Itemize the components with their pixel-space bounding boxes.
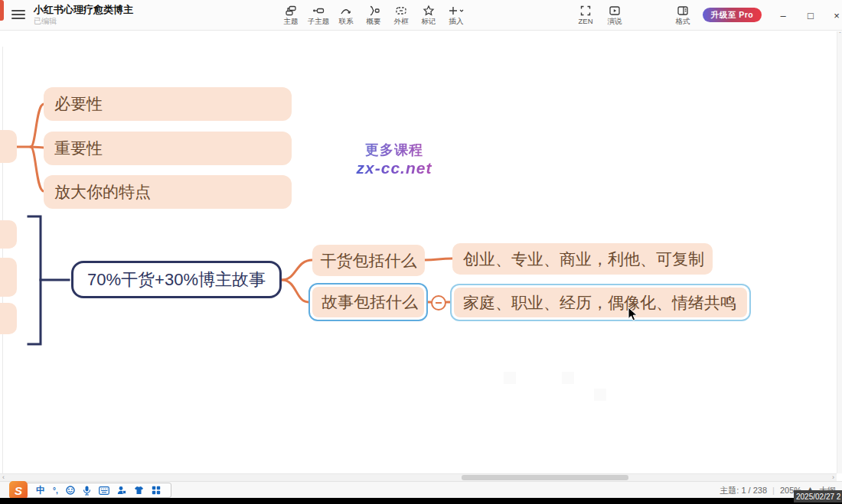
vertical-scrollbar[interactable]: ˆ [837,31,842,473]
zen-button[interactable]: ZEN [571,3,600,26]
window-close-button[interactable]: × [825,0,842,31]
node-drygoods-question[interactable]: 干货包括什么 [312,245,425,276]
ghost-mark-3 [594,389,606,401]
secondary-toolbar: ZEN 演说 [571,3,629,26]
watermark-url: zx-cc.net [325,159,463,177]
format-panel-icon [669,4,697,17]
upgrade-pro-button[interactable]: 升级至 Pro [703,8,762,22]
document-status: 已编辑 [34,16,133,26]
ime-microphone-icon[interactable] [83,486,91,496]
ime-keyboard-icon[interactable] [99,486,109,495]
relationship-icon [332,4,360,17]
scroll-left-arrow-icon[interactable]: ‹ [2,473,5,481]
hamburger-menu-icon[interactable] [11,10,25,20]
topic-button[interactable]: 主题 [277,3,305,26]
ghost-mark-2 [562,372,574,384]
marker-star-icon [415,4,442,17]
horizontal-scrollbar[interactable]: ‹ › [0,473,837,481]
insert-button[interactable]: 插入 [442,3,470,26]
branch-collapse-button[interactable] [431,295,446,311]
summary-icon [360,4,387,17]
summary-button[interactable]: 概要 [360,3,387,26]
ime-skin-icon[interactable] [134,486,144,495]
stub-topic-1[interactable] [0,220,17,249]
node-story-list-selection[interactable]: 家庭、职业、经历，偶像化、情绪共鸣 [450,284,751,321]
ime-logo-icon[interactable]: S [9,481,28,499]
app-icon-sliver [0,0,4,21]
ime-punctuation-icon[interactable]: °, [53,486,58,495]
node-story-question[interactable]: 故事包括什么 [312,287,424,317]
node-necessity[interactable]: 必要性 [44,87,292,121]
window-maximize-button[interactable]: □ [799,0,822,31]
ime-account-icon[interactable] [117,486,126,495]
date-tooltip: 2025/02/27 2 [794,490,842,502]
stub-topic-3[interactable] [0,303,17,334]
status-divider: | [772,486,775,495]
boundary-icon [387,4,415,17]
subtopic-icon [305,4,332,17]
relationship-button[interactable]: 联系 [332,3,360,26]
title-bar: 小红书心理疗愈类博主 已编辑 主题 子主题 [0,0,842,31]
format-button[interactable]: 格式 [669,3,697,26]
node-story-list[interactable]: 家庭、职业、经历，偶像化、情绪共鸣 [454,288,747,317]
watermark-text: 更多课程 [325,141,463,159]
node-importance[interactable]: 重要性 [44,132,292,165]
subtopic-button[interactable]: 子主题 [305,3,332,26]
mouse-cursor [628,307,638,322]
ime-language-mode[interactable]: 中 [36,484,45,497]
ghost-mark-1 [504,372,516,384]
node-amplify-traits[interactable]: 放大你的特点 [44,175,292,209]
scroll-right-arrow-icon[interactable]: › [832,473,834,481]
window-minimize-button[interactable]: – [772,0,795,31]
node-center-formula[interactable]: 70%干货+30%博主故事 [71,261,282,298]
topic-counter: 主题: 1 / 238 [720,485,767,496]
node-story-question-selection[interactable]: 故事包括什么 [308,283,428,321]
letterbox-bar [0,498,842,504]
horizontal-scrollbar-thumb[interactable] [462,475,628,480]
main-toolbar: 主题 子主题 联系 概要 [277,3,470,26]
status-bar: S 中 °, 主题: 1 / 238 | 205% ▲▼ 大纲 [0,481,842,498]
topic-icon [277,4,305,17]
zen-mode-icon [571,4,600,17]
watermark: 更多课程 zx-cc.net [325,141,463,177]
present-button[interactable]: 演说 [600,3,629,26]
ime-emoji-icon[interactable] [66,486,75,495]
boundary-button[interactable]: 外框 [387,3,415,26]
presentation-play-icon [600,4,629,17]
stub-topic-parent[interactable] [0,130,17,163]
ime-toolbar[interactable]: S 中 °, [9,483,171,498]
marker-button[interactable]: 标记 [415,3,442,26]
insert-plus-icon [442,4,470,17]
scroll-up-arrow-icon[interactable]: ˆ [837,31,842,37]
mindmap-canvas[interactable]: 必要性 重要性 放大你的特点 70%干货+30%博主故事 干货包括什么 创业、专… [0,31,837,473]
stub-topic-2[interactable] [0,258,17,297]
document-title: 小红书心理疗愈类博主 [34,4,133,16]
ime-toolbox-icon[interactable] [152,486,161,495]
node-drygoods-list[interactable]: 创业、专业、商业，利他、可复制 [452,243,713,275]
